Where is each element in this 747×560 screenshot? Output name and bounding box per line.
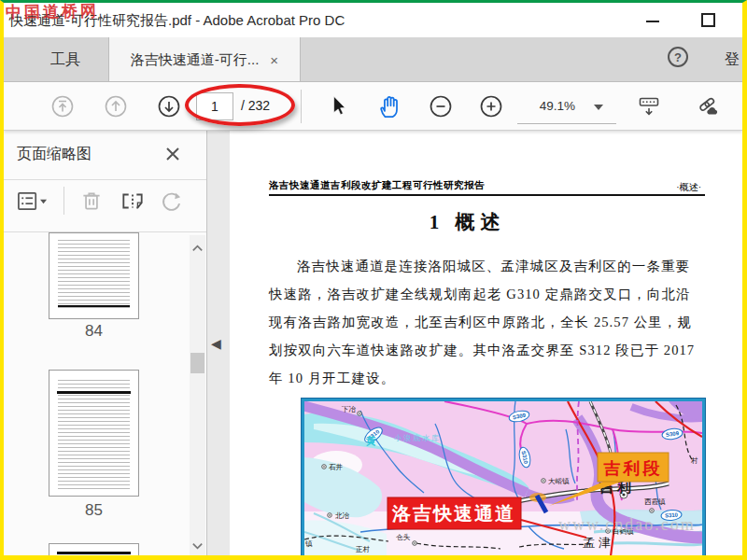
paragraph-line: 洛吉快速通道是连接洛阳城区、孟津城区及吉利区的一条重要 <box>269 252 708 280</box>
paragraph-line: 划按双向六车道快速路改扩建。其中洛孟交界至 S312 段已于 2017 <box>269 336 708 364</box>
pdf-page: 洛吉快速通道吉利段改扩建工程可行性研究报告 ·概述· 1 概述 洛吉快速通道是连… <box>230 131 742 555</box>
toolbar-separator <box>301 90 302 123</box>
thumbnail-page-86[interactable] <box>49 543 139 556</box>
section-heading: 1 概述 <box>230 209 705 235</box>
zoom-out-icon[interactable] <box>429 94 453 119</box>
previous-page-icon[interactable] <box>104 94 128 119</box>
panel-divider <box>4 179 206 180</box>
select-tool-icon[interactable] <box>327 93 351 118</box>
rotate-pages-icon[interactable] <box>159 189 185 215</box>
scroll-up-icon[interactable] <box>190 241 204 252</box>
page-header-rule <box>269 194 705 196</box>
map-label: 石井 <box>329 463 344 471</box>
scrollbar-thumb[interactable] <box>190 353 204 373</box>
share-link-cloud-icon[interactable] <box>697 94 721 119</box>
route-banner-label: 洛吉快速通道 <box>391 503 515 524</box>
panel-scrollbar[interactable] <box>190 235 205 555</box>
page-header-right: ·概述· <box>676 181 701 194</box>
paragraph-line: 现有洛吉路加宽改造，北至吉利区中原路北，全长 25.57 公里，规 <box>269 308 708 336</box>
panel-close-icon[interactable] <box>164 146 181 162</box>
paragraph-line: 年 10 月开工建设。 <box>269 364 708 392</box>
zoom-dropdown-caret-icon[interactable] <box>594 105 603 110</box>
map-label: 大峪镇 <box>548 477 570 485</box>
thumbnail-options-icon[interactable] <box>15 189 41 215</box>
page-total-label: / 232 <box>241 98 270 113</box>
content-area: 页面缩略图 <box>4 131 742 555</box>
signin-link[interactable]: 登 <box>725 50 740 70</box>
thumbnail-rule <box>58 305 130 307</box>
thumbnail-text-lines <box>58 377 130 489</box>
thumbnail-label-84: 84 <box>49 322 139 341</box>
map-label: 黄 <box>365 435 376 447</box>
page-number-input[interactable]: 1 <box>196 92 233 120</box>
next-page-icon[interactable] <box>157 94 181 119</box>
map-label: 小浪底水库 <box>394 434 441 442</box>
map-label: 镇 <box>304 539 313 548</box>
title-bar: 中国道桥网 快速通道-可行性研究报告.pdf - Adobe Acrobat P… <box>4 3 742 37</box>
collapse-panel-icon[interactable]: ◀ <box>211 336 221 351</box>
hand-tool-icon[interactable] <box>377 93 402 118</box>
acrobat-window: 中国道桥网 快速通道-可行性研究报告.pdf - Adobe Acrobat P… <box>0 0 747 560</box>
panel-title: 页面缩略图 <box>17 145 92 164</box>
thumbnail-rule <box>57 391 131 394</box>
main-toolbar: 1 / 232 49.1% <box>4 82 742 131</box>
panel-toolbar-separator <box>63 187 64 215</box>
thumbnails-panel: 页面缩略图 <box>4 131 207 555</box>
section-callout-label: 吉利段 <box>603 459 663 478</box>
page-header-left: 洛吉快速通道吉利段改扩建工程可行性研究报告 <box>269 179 485 192</box>
first-page-icon[interactable] <box>50 94 75 119</box>
zoom-level-value[interactable]: 49.1% <box>523 99 575 113</box>
insert-pages-icon[interactable] <box>120 189 146 215</box>
zoom-underline <box>517 123 616 124</box>
tab-bar: 工具 洛吉快速通道-可行... × ? 登 <box>4 37 742 82</box>
tab-document-label: 洛吉快速通道-可行... <box>131 51 260 69</box>
tab-close-icon[interactable]: × <box>270 52 278 68</box>
maximize-button[interactable] <box>701 13 715 27</box>
map-label: 北冶 <box>335 511 350 520</box>
delete-pages-icon[interactable] <box>78 189 105 215</box>
map-label: 西霞镇 <box>644 497 666 506</box>
help-icon[interactable]: ? <box>668 47 688 67</box>
tab-document[interactable]: 洛吉快速通道-可行... × <box>108 37 301 82</box>
panel-collapse-strip: ◀ <box>207 131 230 555</box>
scroll-down-icon[interactable] <box>190 539 204 550</box>
map-label: 孟津 <box>583 536 614 550</box>
site-watermark-bottom: www.cndao.com <box>558 515 696 535</box>
thumbnail-page-85[interactable] <box>49 370 139 497</box>
minimize-button[interactable] <box>646 21 659 22</box>
tab-tools[interactable]: 工具 <box>22 37 108 82</box>
map-label: 村 <box>691 456 698 465</box>
body-paragraph: 洛吉快速通道是连接洛阳城区、孟津城区及吉利区的一条重要 快速路，洛吉改扩建全线规… <box>269 252 708 392</box>
map-label: 下冶 <box>342 405 357 413</box>
thumbnail-page-84[interactable] <box>49 232 139 319</box>
map-label: 仓头 <box>396 533 411 541</box>
paragraph-line: 快速路，洛吉改扩建全线规划南起老 G310 定鼎路交叉口，向北沿 <box>269 280 708 308</box>
site-watermark-top: 中国道桥网 <box>6 0 99 23</box>
hide-toolbar-icon[interactable] <box>637 94 661 119</box>
zoom-in-icon[interactable] <box>479 94 503 119</box>
thumbnail-label-85: 85 <box>49 501 139 520</box>
map-label: 正村 <box>356 545 371 553</box>
thumbnail-text-lines <box>58 237 130 309</box>
thumbnail-rule <box>57 552 131 554</box>
